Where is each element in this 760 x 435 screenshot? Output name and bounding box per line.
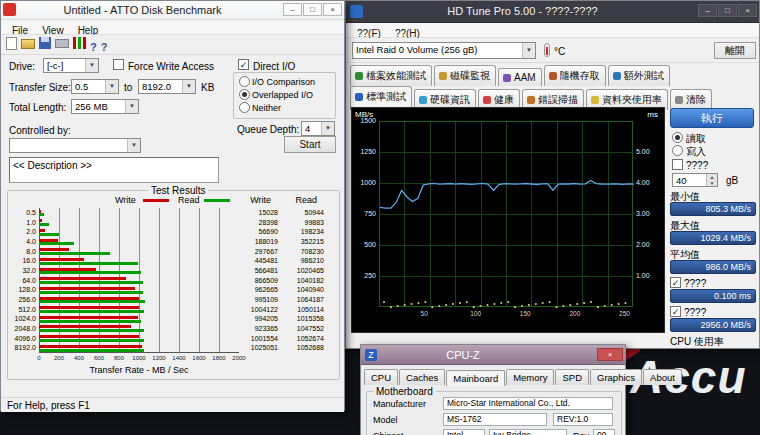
gb-tick: 50 — [421, 310, 428, 317]
close-icon[interactable]: × — [323, 3, 342, 16]
access-time-dot — [604, 305, 606, 307]
ms-tick: 4.00 — [636, 179, 664, 186]
cpuz-titlebar[interactable]: Z CPU-Z × — [361, 345, 625, 365]
transfer-size-tick: 8192.0 — [8, 343, 36, 353]
description-field[interactable]: << Description >> — [9, 157, 219, 183]
chevron-down-icon[interactable]: ▼ — [127, 139, 140, 152]
maximize-icon[interactable]: □ — [303, 3, 322, 16]
neither-radio[interactable] — [239, 102, 250, 113]
x-tick: 2000 — [229, 355, 249, 361]
status-text: For Help, press F1 — [7, 400, 90, 411]
cpuz-tab-mainboard[interactable]: Mainboard — [446, 370, 505, 386]
open-folder-icon[interactable] — [21, 39, 35, 49]
drive-select[interactable]: [-c-]▼ — [43, 58, 99, 73]
hdtune-tab-r2-5[interactable]: 清除 — [670, 89, 712, 110]
chevron-down-icon[interactable]: ▼ — [321, 122, 334, 135]
benchmark-icon[interactable] — [73, 37, 86, 49]
access-time-dot — [507, 301, 509, 303]
cpuz-tab-caches[interactable]: Caches — [399, 369, 445, 385]
total-length-label: Total Length: — [9, 102, 66, 113]
cpuz-tab-cpu[interactable]: CPU — [364, 369, 398, 385]
save-icon[interactable] — [39, 37, 51, 49]
disk-info-icon — [419, 96, 427, 104]
force-write-checkbox[interactable] — [113, 59, 124, 70]
y-tick: 1000 — [352, 179, 376, 186]
write-bar — [39, 297, 139, 300]
chevron-down-icon[interactable]: ▼ — [85, 59, 98, 72]
ms-tick: 1.00 — [636, 272, 664, 279]
transfer-to-select[interactable]: 8192.0▼ — [138, 79, 196, 94]
minimize-icon[interactable]: – — [283, 3, 302, 16]
disk-monitor-icon — [439, 72, 447, 80]
access-time-label: ???? — [684, 278, 706, 289]
maximize-icon[interactable]: □ — [718, 4, 737, 17]
x-tick: 1200 — [149, 355, 169, 361]
write-radio[interactable] — [672, 145, 683, 156]
read-value: 1015358 — [274, 314, 324, 324]
chevron-down-icon[interactable]: ▼ — [182, 80, 195, 93]
cpuz-tab-about[interactable]: About — [643, 369, 682, 385]
read-radio[interactable] — [672, 132, 683, 143]
transfer-rate-line — [380, 180, 634, 208]
access-time-checkbox[interactable] — [670, 277, 681, 288]
cpuz-window-title: CPU-Z — [361, 349, 565, 361]
new-file-icon[interactable] — [6, 37, 17, 50]
queue-depth-select[interactable]: 4▼ — [301, 121, 335, 136]
block-checkbox[interactable] — [672, 159, 683, 170]
drive-select-value: Intel Raid 0 Volume (256 gB) — [356, 44, 521, 56]
start-button[interactable]: Start — [284, 136, 336, 153]
io-comparison-radio[interactable] — [239, 76, 250, 87]
print-icon[interactable] — [55, 39, 69, 48]
transfer-from-select[interactable]: 0.5▼ — [71, 79, 119, 94]
close-icon[interactable]: × — [597, 348, 623, 361]
atto-titlebar[interactable]: Untitled - ATTO Disk Benchmark – □ × — [1, 1, 344, 20]
x-tick: 1000 — [129, 355, 149, 361]
spinner-icon[interactable]: ▲▼ — [706, 174, 717, 186]
access-time-dot — [597, 306, 599, 308]
cpuz-tab-spd[interactable]: SPD — [555, 369, 589, 385]
hdtune-tab-r1-3[interactable]: 隨機存取 — [544, 65, 606, 86]
atto-result-row: 4096.010015541052674 — [8, 334, 336, 344]
gb-tick: 100 — [470, 310, 481, 317]
write-value: 297667 — [226, 247, 278, 257]
folder-usage-icon — [591, 96, 599, 104]
atto-toolbar — [1, 35, 344, 55]
read-value: 1047552 — [274, 324, 324, 334]
chevron-down-icon[interactable]: ▼ — [125, 100, 138, 113]
hdtune-tab-r1-4[interactable]: 額外測試 — [608, 65, 670, 86]
hdtune-tab-r1-0[interactable]: 檔案效能測試 — [350, 65, 432, 86]
run-button[interactable]: 執行 — [670, 108, 754, 128]
atto-result-row: 1.02839899883 — [8, 218, 336, 228]
chipset-rev-field: 09 — [593, 429, 615, 435]
write-bar — [39, 335, 139, 338]
transfer-size-tick: 16.0 — [8, 256, 36, 266]
rev-label: Rev. — [573, 431, 591, 435]
block-size-stepper[interactable]: 40▲▼ — [672, 173, 718, 187]
hdtune-tab-r1-1[interactable]: 磁碟監視 — [434, 65, 496, 86]
access-time-dot — [424, 301, 426, 303]
chevron-down-icon[interactable]: ▼ — [522, 43, 535, 58]
model-rev-field: REV:1.0 — [553, 413, 613, 426]
direct-io-checkbox[interactable] — [238, 59, 249, 70]
write-radio-label: 寫入 — [686, 146, 706, 157]
y-tick: 500 — [352, 241, 376, 248]
close-icon[interactable]: × — [738, 4, 757, 17]
drive-select[interactable]: Intel Raid 0 Volume (256 gB)▼ — [352, 42, 536, 59]
controlled-by-select[interactable]: ▼ — [9, 138, 141, 153]
hdtune-titlebar[interactable]: HD Tune Pro 5.00 - ????-???? – □ × — [346, 1, 759, 23]
write-value: 962665 — [226, 285, 278, 295]
exit-button[interactable]: 離開 — [714, 42, 756, 59]
total-length-select[interactable]: 256 MB▼ — [71, 99, 139, 114]
access-time-dot — [576, 303, 578, 305]
minimize-icon[interactable]: – — [698, 4, 717, 17]
cpuz-tab-graphics[interactable]: Graphics — [590, 369, 642, 385]
chevron-down-icon[interactable]: ▼ — [105, 80, 118, 93]
cpuz-tab-memory[interactable]: Memory — [506, 369, 554, 385]
tab-label: 錯誤掃描 — [538, 94, 578, 105]
tab-label: 清除 — [686, 94, 706, 105]
burst-rate-checkbox[interactable] — [670, 306, 681, 317]
context-help-icon[interactable] — [90, 37, 97, 55]
about-icon[interactable] — [101, 37, 108, 55]
overlapped-io-radio[interactable] — [239, 89, 250, 100]
access-time-dot — [417, 302, 419, 304]
